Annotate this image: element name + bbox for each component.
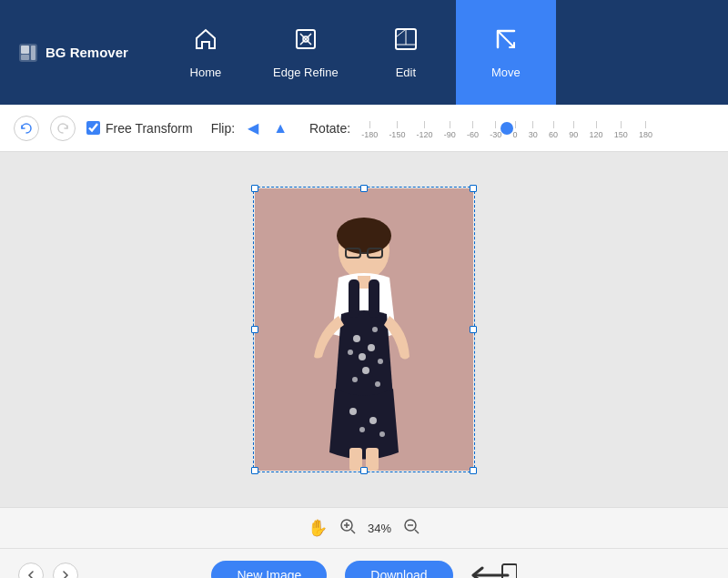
handle-middle-right[interactable] [470,326,477,333]
handle-top-right[interactable] [470,185,477,192]
svg-rect-3 [31,46,35,60]
nav-edit-label: Edit [396,66,416,79]
handle-top-left[interactable] [251,185,258,192]
svg-point-19 [372,327,378,332]
svg-point-23 [352,377,358,382]
edge-refine-icon [293,26,318,58]
flip-label: Flip: [211,121,235,136]
nav-move[interactable]: Move [456,0,556,105]
flip-horizontal-button[interactable]: ◀ [248,119,258,137]
svg-point-25 [349,408,357,415]
redo-button[interactable] [50,116,76,141]
svg-rect-1 [21,46,29,54]
handle-bottom-center[interactable] [360,467,368,474]
home-icon [193,26,218,58]
handle-middle-left[interactable] [251,326,258,333]
footer: New Image Download [0,548,728,578]
svg-point-20 [348,350,353,355]
rotate-label: Rotate: [309,121,350,136]
move-icon [493,26,519,58]
pan-tool-icon[interactable]: ✋ [308,518,328,538]
svg-line-34 [351,530,355,533]
svg-point-21 [378,359,383,364]
edit-icon [393,26,419,58]
zoom-level: 34% [368,522,391,535]
next-button[interactable] [53,563,78,579]
svg-point-17 [368,344,375,351]
canvas-area [0,152,728,507]
app-logo: BG Remover [18,43,128,63]
svg-point-18 [359,353,366,360]
nav-edge-refine-label: Edge Refine [273,66,339,79]
nav-edit[interactable]: Edit [356,0,456,105]
svg-rect-14 [349,279,359,318]
nav-move-label: Move [491,66,521,79]
download-button[interactable]: Download [345,561,452,579]
svg-point-27 [359,427,365,432]
arrow-indicator [471,563,517,579]
nav-home-label: Home [190,66,222,79]
handle-bottom-left[interactable] [251,467,258,474]
zoom-out-button[interactable] [402,517,420,540]
image-background [255,188,473,471]
app-title: BG Remover [46,45,128,60]
svg-point-22 [362,367,369,374]
svg-rect-30 [366,448,379,471]
svg-rect-15 [369,279,379,318]
svg-point-9 [337,218,391,254]
svg-line-37 [415,530,419,533]
svg-rect-13 [358,276,370,289]
zoom-bar: ✋ 34% [0,507,728,548]
rotate-ruler[interactable]: -180 -150 -120 -90 -60 -30 0 30 60 90 12… [361,116,652,141]
svg-rect-2 [21,55,29,60]
undo-button[interactable] [14,116,39,141]
free-transform-label: Free Transform [106,121,193,136]
image-container[interactable] [255,188,473,471]
svg-point-28 [379,431,385,437]
rotate-thumb[interactable] [500,122,513,135]
flip-vertical-button[interactable]: ▲ [273,120,288,137]
handle-top-center[interactable] [360,185,368,192]
handle-bottom-right[interactable] [470,467,477,474]
person-image [255,188,473,471]
free-transform-checkbox[interactable] [86,121,100,135]
free-transform-container: Free Transform [86,121,193,136]
zoom-in-button[interactable] [339,517,357,540]
new-image-button[interactable]: New Image [211,561,327,579]
svg-point-24 [375,381,380,387]
svg-point-26 [369,417,377,424]
svg-point-16 [353,335,360,342]
prev-button[interactable] [18,563,44,579]
nav-home[interactable]: Home [156,0,256,105]
nav-edge-refine[interactable]: Edge Refine [256,0,356,105]
